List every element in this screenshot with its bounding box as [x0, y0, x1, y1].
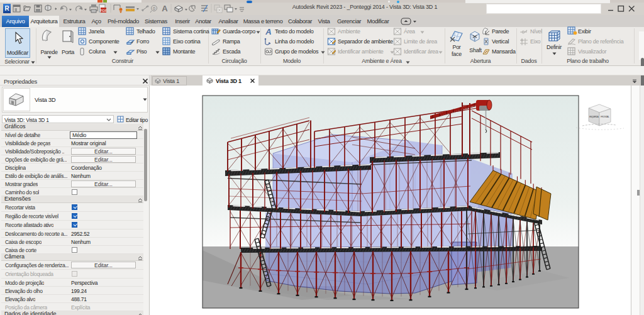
svg-text:FRONTAL: FRONTAL: [601, 115, 610, 118]
svg-text:ESQUERDA: ESQUERDA: [589, 115, 599, 118]
